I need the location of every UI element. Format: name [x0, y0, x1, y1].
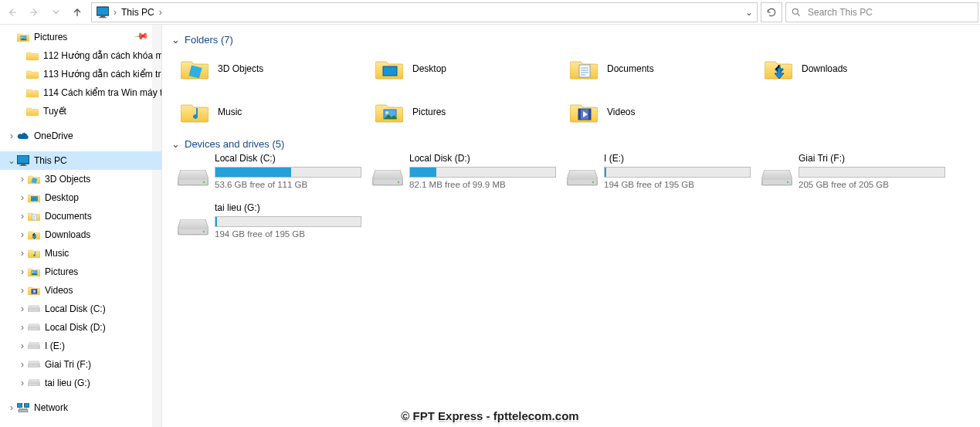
- drive-usage-bar: [799, 167, 945, 178]
- expand-icon[interactable]: ›: [17, 360, 28, 369]
- drive-icon: [372, 153, 403, 187]
- arrow-right-icon: [29, 7, 39, 18]
- sidebar-item-label: Music: [45, 248, 69, 259]
- group-header-folders[interactable]: ⌄ Folders (7): [171, 34, 971, 46]
- folder-item[interactable]: 3D Objects: [178, 49, 372, 89]
- sidebar-item[interactable]: ›Videos: [0, 281, 161, 300]
- svg-rect-16: [36, 289, 37, 293]
- expand-icon[interactable]: ›: [17, 230, 28, 239]
- drive-item[interactable]: I (E:) 194 GB free of 195 GB: [567, 153, 761, 198]
- svg-rect-23: [19, 410, 28, 412]
- breadcrumb[interactable]: › This PC › ⌄: [91, 2, 758, 22]
- svg-rect-22: [24, 404, 29, 408]
- chevron-down-icon[interactable]: ⌄: [745, 7, 753, 18]
- folder-item[interactable]: Desktop: [372, 49, 567, 89]
- drive-item[interactable]: Giai Tri (F:) 205 GB free of 205 GB: [761, 153, 956, 198]
- navigation-pane: Pictures 📌 112 Hướng dẫn cách khóa m113 …: [0, 25, 162, 427]
- svg-point-6: [792, 8, 798, 14]
- sidebar-item-label: Downloads: [45, 229, 90, 240]
- sidebar-item-onedrive[interactable]: › OneDrive: [0, 127, 161, 145]
- sidebar-item[interactable]: ›I (E:): [0, 337, 161, 355]
- sidebar-item-quick[interactable]: 114 Cách kiểm tra Win máy t: [0, 83, 161, 102]
- sidebar-item[interactable]: ›3D Objects: [0, 170, 161, 188]
- folder-item[interactable]: Videos: [567, 92, 761, 132]
- search-box[interactable]: [785, 2, 978, 22]
- drive-item[interactable]: Local Disk (D:) 82.1 MB free of 99.9 MB: [372, 153, 567, 198]
- search-icon: [791, 7, 802, 18]
- this-pc-icon: [17, 154, 29, 167]
- expand-icon[interactable]: ›: [17, 175, 28, 184]
- expand-icon[interactable]: ›: [17, 267, 28, 276]
- nav-forward-button[interactable]: [23, 2, 45, 22]
- svg-point-8: [22, 37, 23, 39]
- sidebar-item-label: Network: [34, 402, 68, 413]
- sidebar-item-this-pc[interactable]: ⌄ This PC: [0, 151, 161, 170]
- drive-name: Local Disk (D:): [409, 153, 556, 164]
- svg-rect-25: [383, 66, 397, 76]
- desktop-folder-icon: [372, 52, 406, 86]
- collapse-icon[interactable]: ⌄: [6, 156, 17, 165]
- expand-icon[interactable]: ›: [17, 212, 28, 221]
- expand-icon[interactable]: ›: [17, 193, 28, 202]
- music-folder-icon: [178, 95, 212, 129]
- expand-icon[interactable]: ›: [17, 341, 28, 351]
- drive-c-icon: [28, 303, 40, 315]
- drive-icon: [28, 358, 40, 371]
- expand-icon[interactable]: ›: [6, 131, 17, 141]
- network-icon: [17, 402, 29, 414]
- chevron-right-icon: ›: [112, 7, 118, 18]
- nav-up-button[interactable]: [66, 2, 88, 22]
- svg-rect-10: [31, 197, 37, 201]
- sidebar-item-quick[interactable]: Tuyết: [0, 102, 161, 120]
- sidebar-item[interactable]: ›Desktop: [0, 188, 161, 207]
- drives-grid: Local Disk (C:) 53.6 GB free of 111 GB L…: [178, 153, 971, 247]
- expand-icon[interactable]: ›: [17, 286, 28, 295]
- sidebar-item-quick[interactable]: 113 Hướng dẫn cách kiểm tr: [0, 65, 161, 83]
- 3d-folder-icon: [178, 52, 212, 86]
- chevron-down-icon: [53, 8, 59, 15]
- pictures-icon: [28, 266, 40, 278]
- drive-space: 194 GB free of 195 GB: [215, 229, 361, 239]
- sidebar-item-quick[interactable]: 112 Hướng dẫn cách khóa m: [0, 46, 161, 65]
- nav-back-button[interactable]: [2, 2, 23, 22]
- sidebar-item[interactable]: ›Local Disk (C:): [0, 300, 161, 318]
- expand-icon[interactable]: ›: [17, 304, 28, 313]
- folder-item[interactable]: Pictures: [372, 92, 567, 132]
- folder-item[interactable]: Downloads: [761, 49, 956, 89]
- expand-icon[interactable]: ›: [17, 249, 28, 258]
- this-pc-icon: [97, 6, 109, 19]
- address-bar: › This PC › ⌄: [0, 0, 980, 25]
- group-header-drives[interactable]: ⌄ Devices and drives (5): [171, 138, 971, 150]
- drive-icon: [28, 340, 40, 352]
- sidebar-item[interactable]: ›Music: [0, 244, 161, 263]
- folder-item[interactable]: Documents: [567, 49, 761, 89]
- nav-recent-button[interactable]: [45, 2, 66, 22]
- sidebar-item-network[interactable]: › Network: [0, 398, 161, 417]
- breadcrumb-item[interactable]: This PC: [118, 3, 158, 22]
- drive-name: Local Disk (C:): [215, 153, 361, 164]
- drive-item[interactable]: tai lieu (G:) 194 GB free of 195 GB: [178, 202, 372, 247]
- drive-item[interactable]: Local Disk (C:) 53.6 GB free of 111 GB: [178, 153, 372, 198]
- sidebar-item[interactable]: ›Local Disk (D:): [0, 318, 161, 337]
- chevron-right-icon: ›: [158, 7, 164, 18]
- svg-rect-30: [578, 109, 581, 120]
- sidebar-item[interactable]: ›tai lieu (G:): [0, 374, 161, 392]
- drive-space: 205 GB free of 205 GB: [799, 180, 945, 189]
- folders-grid: 3D ObjectsDesktopDocumentsDownloadsMusic…: [178, 49, 971, 132]
- refresh-button[interactable]: [761, 2, 782, 22]
- sidebar-item[interactable]: ›Pictures: [0, 263, 161, 281]
- expand-icon[interactable]: ›: [6, 403, 17, 412]
- folder-item[interactable]: Music: [178, 92, 372, 132]
- sidebar-item[interactable]: ›Giai Tri (F:): [0, 355, 161, 374]
- arrow-up-icon: [71, 6, 83, 19]
- drive-icon: [567, 153, 598, 187]
- sidebar-item[interactable]: ›Documents: [0, 207, 161, 225]
- drive-name: I (E:): [604, 153, 751, 164]
- sidebar-item-pictures-quick[interactable]: Pictures 📌: [0, 28, 161, 46]
- arrow-left-icon: [7, 7, 18, 18]
- sidebar-item[interactable]: ›Downloads: [0, 225, 161, 244]
- folder-icon: [26, 49, 39, 62]
- expand-icon[interactable]: ›: [17, 323, 28, 332]
- search-input[interactable]: [808, 7, 973, 18]
- expand-icon[interactable]: ›: [17, 378, 28, 388]
